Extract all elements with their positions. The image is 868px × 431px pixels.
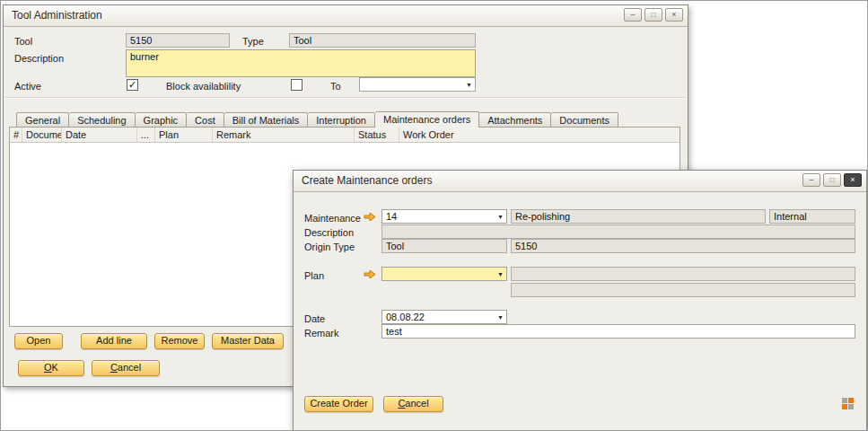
maintenance-combo[interactable]: 14 ▼ xyxy=(381,209,507,224)
add-line-button[interactable]: Add line xyxy=(81,333,147,349)
to-label: To xyxy=(330,80,341,92)
column-header-work-order: Work Order xyxy=(399,128,679,142)
main-window-title: Tool Administration xyxy=(12,9,102,22)
dialog-maximize-button[interactable]: □ xyxy=(823,173,841,187)
remove-button[interactable]: Remove xyxy=(154,333,205,349)
link-arrow-icon[interactable] xyxy=(364,269,376,279)
dialog-cancel-button[interactable]: Cancel xyxy=(383,396,443,412)
maintenance-name-field: Re-polishing xyxy=(511,209,766,224)
origin-type-field: Tool xyxy=(381,239,507,253)
minimize-button[interactable]: – xyxy=(624,8,642,22)
cancel-button[interactable]: Cancel xyxy=(92,360,160,376)
tab-bill-of-materials[interactable]: Bill of Materials xyxy=(224,112,309,128)
ok-button[interactable]: OK xyxy=(18,360,84,376)
remark-label: Remark xyxy=(304,327,339,339)
tab-maintenance-orders[interactable]: Maintenance orders xyxy=(375,111,479,128)
dialog-close-button[interactable]: × xyxy=(844,173,862,187)
dialog-minimize-button[interactable]: – xyxy=(802,173,820,187)
dialog-description-field xyxy=(381,224,855,239)
to-combo[interactable]: ▼ xyxy=(359,77,476,92)
origin-type-label: Origin Type xyxy=(304,241,355,253)
tab-attachments[interactable]: Attachments xyxy=(479,112,551,128)
close-button[interactable]: × xyxy=(665,8,683,22)
plan-detail-field-1 xyxy=(511,267,855,281)
screen: Tool Administration – □ × Tool 5150 Type… xyxy=(0,0,868,431)
dialog-titlebar[interactable]: Create Maintenance orders – □ × xyxy=(294,171,866,192)
type-label: Type xyxy=(242,35,264,48)
date-combo[interactable]: 08.08.22 ▼ xyxy=(381,310,507,324)
resize-grip-icon[interactable] xyxy=(842,398,854,409)
plan-label: Plan xyxy=(304,269,324,282)
block-availability-checkbox[interactable] xyxy=(291,79,302,91)
column-header-document: Document xyxy=(22,128,62,142)
open-button[interactable]: Open xyxy=(14,333,63,349)
main-window-titlebar[interactable]: Tool Administration – □ × xyxy=(4,5,688,27)
tool-field: 5150 xyxy=(126,33,230,48)
create-order-button[interactable]: Create Order xyxy=(304,396,373,412)
column-header-plan: Plan xyxy=(155,128,213,142)
date-label: Date xyxy=(304,312,325,325)
chevron-down-icon: ▼ xyxy=(466,82,472,88)
plan-detail-field-2 xyxy=(511,283,855,297)
table-header-row: # Document Date ... Plan Remark Status W… xyxy=(10,128,679,143)
create-maintenance-orders-dialog: Create Maintenance orders – □ × Maintena… xyxy=(293,170,867,431)
column-header-date: Date xyxy=(62,128,137,142)
date-combo-value: 08.08.22 xyxy=(386,312,425,322)
chevron-down-icon: ▼ xyxy=(497,214,504,220)
maintenance-type-field: Internal xyxy=(769,209,855,224)
column-header-remark: Remark xyxy=(213,128,355,142)
dialog-title: Create Maintenance orders xyxy=(302,174,432,187)
origin-id-field: 5150 xyxy=(511,239,855,253)
block-availability-label: Block availablility xyxy=(166,80,241,92)
maintenance-combo-value: 14 xyxy=(386,211,397,222)
master-data-button[interactable]: Master Data xyxy=(212,333,284,349)
tab-strip: General Scheduling Graphic Cost Bill of … xyxy=(16,111,618,128)
description-field[interactable]: burner xyxy=(126,49,476,77)
link-arrow-icon[interactable] xyxy=(364,212,376,222)
active-checkbox[interactable]: ✓ xyxy=(127,79,138,91)
tab-cost[interactable]: Cost xyxy=(187,112,224,128)
chevron-down-icon: ▼ xyxy=(497,314,504,321)
maintenance-label: Maintenance xyxy=(304,212,361,224)
maximize-button[interactable]: □ xyxy=(644,8,662,22)
column-header-number: # xyxy=(10,128,22,142)
tab-documents[interactable]: Documents xyxy=(551,112,618,128)
column-header-status: Status xyxy=(355,128,399,142)
column-header-more: ... xyxy=(137,128,155,142)
tab-graphic[interactable]: Graphic xyxy=(136,112,188,128)
type-field: Tool xyxy=(289,33,476,48)
form-divider xyxy=(4,97,687,99)
dialog-controls: – □ × xyxy=(802,173,862,187)
chevron-down-icon: ▼ xyxy=(497,271,504,277)
dialog-description-label: Description xyxy=(304,226,354,239)
remark-field[interactable]: test xyxy=(381,324,855,339)
plan-combo[interactable]: ▼ xyxy=(381,267,507,281)
tab-scheduling[interactable]: Scheduling xyxy=(69,112,135,128)
tab-interruption[interactable]: Interruption xyxy=(308,112,375,128)
tool-label: Tool xyxy=(14,35,32,48)
description-label: Description xyxy=(14,52,64,65)
main-window-controls: – □ × xyxy=(624,8,683,22)
active-label: Active xyxy=(14,80,41,92)
tab-general[interactable]: General xyxy=(16,112,69,128)
